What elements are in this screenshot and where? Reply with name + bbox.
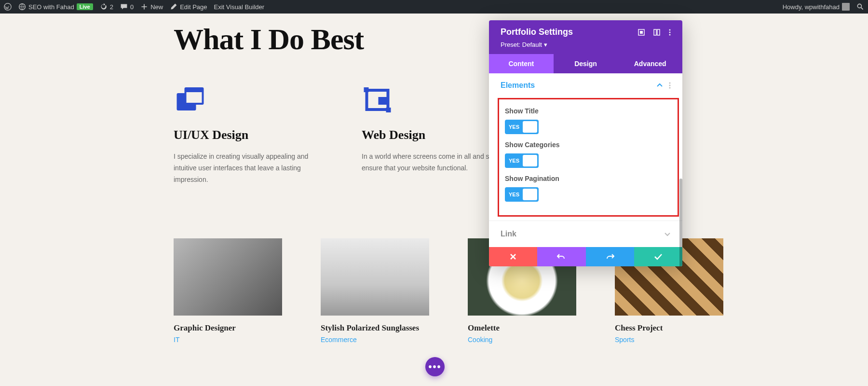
wp-logo[interactable]	[4, 3, 12, 11]
save-button[interactable]	[634, 247, 682, 266]
updates-count: 2	[110, 3, 113, 11]
option-label: Show Pagination	[505, 175, 672, 182]
portfolio-title: Chess Project	[615, 323, 723, 333]
comments-link[interactable]: 0	[120, 3, 134, 11]
svg-rect-13	[657, 29, 660, 35]
panel-body: Elements Show Title YES Show Categories …	[489, 73, 682, 247]
edit-page-label: Edit Page	[180, 3, 207, 11]
redo-button[interactable]	[586, 247, 634, 266]
scrollbar[interactable]	[679, 179, 682, 266]
elements-highlight-box: Show Title YES Show Categories YES Show …	[498, 98, 679, 217]
portfolio-category[interactable]: Sports	[615, 336, 723, 344]
wp-admin-bar: SEO with Fahad Live 2 0 New Edit Page Ex…	[0, 0, 868, 14]
option-label: Show Categories	[505, 141, 672, 149]
search-icon	[856, 3, 864, 11]
redo-icon	[606, 253, 614, 261]
live-badge: Live	[77, 3, 93, 10]
new-content-link[interactable]: New	[140, 3, 163, 11]
cancel-button[interactable]	[489, 247, 537, 266]
caret-down-icon: ▾	[544, 41, 547, 48]
option-show-pagination: Show Pagination YES	[505, 175, 672, 202]
avatar	[842, 3, 850, 11]
module-settings-panel: Portfolio Settings Preset: Default ▾ Con…	[489, 20, 682, 266]
toggle-show-pagination[interactable]: YES	[505, 187, 539, 202]
svg-rect-5	[187, 92, 202, 103]
preset-label: Preset: Default	[501, 41, 542, 48]
svg-rect-11	[640, 31, 643, 34]
updates-link[interactable]: 2	[100, 3, 113, 11]
feature-title: UI/UX Design	[174, 128, 328, 142]
page-actions-fab[interactable]: •••	[425, 357, 445, 376]
plus-icon	[140, 3, 148, 11]
page-content: What I Do Best UI/UX Design I specialize…	[0, 22, 868, 344]
portfolio-title: Omelette	[468, 323, 576, 333]
close-icon	[509, 253, 517, 261]
option-show-categories: Show Categories YES	[505, 141, 672, 168]
snap-icon[interactable]	[653, 29, 660, 36]
feature-uiux: UI/UX Design I specialize in creating vi…	[174, 85, 328, 185]
howdy-user[interactable]: Howdy, wpwithfahad	[783, 3, 850, 11]
portfolio-item[interactable]: Stylish Polarized Sunglasses Ecommerce	[321, 238, 429, 344]
more-icon[interactable]	[669, 29, 671, 36]
section-elements-title: Elements	[501, 81, 535, 90]
toggle-text: YES	[509, 158, 519, 164]
edit-page-link[interactable]: Edit Page	[170, 3, 207, 11]
svg-rect-9	[379, 97, 388, 105]
pencil-icon	[170, 3, 177, 11]
check-icon	[654, 253, 663, 260]
ellipsis-icon: •••	[428, 361, 441, 372]
option-label: Show Title	[505, 107, 672, 115]
toggle-handle	[523, 121, 537, 133]
feature-desc: I specialize in creating visually appeal…	[174, 151, 328, 185]
portfolio-category[interactable]: Ecommerce	[321, 336, 429, 344]
svg-point-19	[669, 87, 671, 89]
chevron-up-icon[interactable]	[656, 83, 663, 88]
section-more-icon[interactable]	[669, 82, 671, 89]
tab-advanced[interactable]: Advanced	[618, 54, 682, 73]
section-link-title: Link	[501, 230, 516, 238]
toggle-show-categories[interactable]: YES	[505, 153, 539, 168]
toggle-show-title[interactable]: YES	[505, 120, 539, 134]
windows-icon	[174, 85, 205, 114]
panel-title: Portfolio Settings	[501, 27, 573, 37]
svg-point-18	[669, 85, 671, 86]
undo-icon	[557, 253, 566, 261]
comments-count: 0	[130, 3, 134, 11]
svg-point-16	[669, 34, 671, 35]
portfolio-image[interactable]	[174, 238, 282, 316]
svg-point-15	[669, 31, 671, 33]
comment-icon	[120, 3, 128, 11]
exit-builder-link[interactable]: Exit Visual Builder	[214, 3, 265, 11]
site-name-link[interactable]: SEO with Fahad Live	[18, 3, 93, 11]
refresh-icon	[100, 3, 108, 11]
portfolio-title: Stylish Polarized Sunglasses	[321, 323, 429, 333]
option-show-title: Show Title YES	[505, 107, 672, 134]
preset-dropdown[interactable]: Preset: Default ▾	[501, 41, 671, 48]
svg-rect-8	[386, 108, 391, 112]
search-toggle[interactable]	[856, 3, 864, 11]
svg-rect-7	[364, 87, 369, 92]
tab-design[interactable]: Design	[554, 54, 618, 73]
expand-icon[interactable]	[638, 29, 645, 36]
svg-point-2	[857, 4, 861, 8]
toggle-handle	[523, 189, 537, 200]
portfolio-category[interactable]: IT	[174, 336, 282, 344]
toggle-text: YES	[509, 124, 519, 130]
undo-button[interactable]	[537, 247, 585, 266]
portfolio-category[interactable]: Cooking	[468, 336, 576, 344]
panel-tabs: Content Design Advanced	[489, 54, 682, 73]
chevron-down-icon[interactable]	[664, 232, 671, 236]
section-elements-header[interactable]: Elements	[489, 73, 682, 98]
portfolio-image[interactable]	[321, 238, 429, 316]
toggle-handle	[523, 155, 537, 166]
howdy-text: Howdy, wpwithfahad	[783, 3, 840, 11]
tab-content[interactable]: Content	[489, 54, 554, 73]
svg-rect-12	[654, 29, 656, 35]
site-name: SEO with Fahad	[28, 3, 74, 11]
panel-header[interactable]: Portfolio Settings Preset: Default ▾	[489, 20, 682, 54]
section-link-header[interactable]: Link	[489, 221, 682, 247]
svg-point-14	[669, 29, 671, 30]
portfolio-item[interactable]: Graphic Designer IT	[174, 238, 282, 344]
new-label: New	[150, 3, 163, 11]
portfolio-title: Graphic Designer	[174, 323, 282, 333]
